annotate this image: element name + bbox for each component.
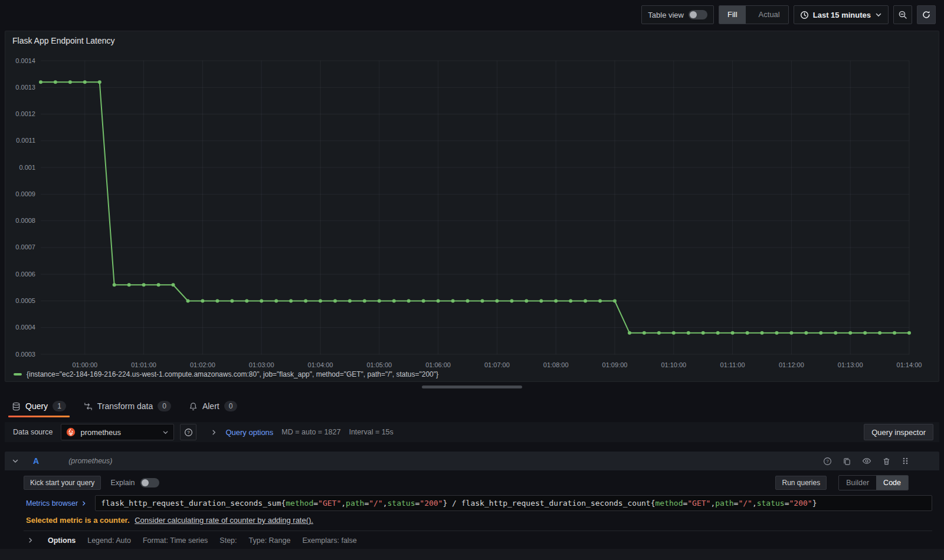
chart-axis-labels: 0.00140.00130.00120.00110.0010.00090.000… <box>15 57 922 369</box>
counter-warning: Selected metric is a counter. Consider c… <box>24 516 932 525</box>
eye-icon[interactable] <box>862 456 871 466</box>
builder-button[interactable]: Builder <box>839 476 876 490</box>
metrics-browser-button[interactable]: Metrics browser <box>24 499 87 508</box>
query-row-header[interactable]: A (prometheus) ? <box>5 452 939 470</box>
query-options-collapsed[interactable]: Options Legend: Auto Format: Time series… <box>24 531 932 549</box>
query-options-section[interactable]: Query options MD = auto = 1827 Interval … <box>211 428 393 437</box>
svg-text:01:03:00: 01:03:00 <box>249 361 274 368</box>
tab-alert[interactable]: Alert 0 <box>189 394 237 419</box>
code-button[interactable]: Code <box>876 476 908 490</box>
query-header-actions: ? <box>823 456 932 466</box>
explain-label: Explain <box>110 479 135 487</box>
explain-toggle[interactable] <box>140 478 159 487</box>
latency-chart[interactable]: 0.00140.00130.00120.00110.0010.00090.000… <box>5 31 940 383</box>
svg-text:01:04:00: 01:04:00 <box>308 361 333 368</box>
chevron-down-icon <box>875 11 882 18</box>
chevron-down-icon[interactable] <box>12 457 19 465</box>
transform-icon <box>84 402 93 411</box>
option-step: Step: <box>219 536 237 545</box>
chevron-down-icon <box>162 429 169 436</box>
promql-expression-input[interactable]: flask_http_request_duration_seconds_sum{… <box>95 495 932 511</box>
query-inspector-button[interactable]: Query inspector <box>864 424 933 440</box>
query-row-body: Kick start your query Explain Run querie… <box>5 470 939 549</box>
interval-text: Interval = 15s <box>349 428 393 436</box>
bell-icon <box>189 402 198 411</box>
pane-resize-handle[interactable] <box>422 386 522 388</box>
option-type: Type: Range <box>249 536 291 545</box>
options-label: Options <box>48 536 76 545</box>
svg-text:01:00:00: 01:00:00 <box>72 361 97 368</box>
svg-text:01:08:00: 01:08:00 <box>543 361 569 368</box>
svg-text:01:07:00: 01:07:00 <box>484 361 510 368</box>
drag-handle-icon[interactable] <box>902 456 909 466</box>
help-circle-icon: ? <box>184 428 193 437</box>
warning-text: Selected metric is a counter. <box>26 516 130 525</box>
prometheus-icon <box>66 427 76 437</box>
explain-control: Explain <box>110 478 159 487</box>
svg-text:0.0006: 0.0006 <box>15 271 35 278</box>
duplicate-icon[interactable] <box>843 457 851 466</box>
svg-text:01:11:00: 01:11:00 <box>720 361 745 368</box>
svg-text:?: ? <box>187 430 190 435</box>
time-range-picker[interactable]: Last 15 minutes <box>794 5 889 24</box>
max-data-points-text: MD = auto = 1827 <box>281 428 340 436</box>
datasource-label: Data source <box>11 428 55 436</box>
metrics-browser-label: Metrics browser <box>26 499 78 508</box>
magnifier-minus-icon <box>898 10 907 19</box>
kick-start-query-button[interactable]: Kick start your query <box>24 476 101 490</box>
option-exemplars: Exemplars: false <box>302 536 356 545</box>
refresh-button[interactable] <box>917 5 936 24</box>
svg-text:?: ? <box>826 459 829 464</box>
fill-button[interactable]: Fill <box>719 6 746 24</box>
trash-icon[interactable] <box>882 457 891 466</box>
tab-alert-count: 0 <box>224 401 238 411</box>
tab-transform-label: Transform data <box>97 401 153 411</box>
svg-text:01:02:00: 01:02:00 <box>190 361 215 368</box>
datasource-value: prometheus <box>80 428 158 437</box>
toggle-knob <box>690 11 697 18</box>
editor-tabs: Query 1 Transform data 0 Alert 0 <box>5 394 939 419</box>
bottom-strip <box>0 549 944 560</box>
svg-text:01:05:00: 01:05:00 <box>366 361 392 368</box>
zoom-out-button[interactable] <box>893 5 912 24</box>
toggle-knob <box>142 479 149 486</box>
svg-text:0.0014: 0.0014 <box>15 57 35 64</box>
tab-query-count: 1 <box>53 401 66 411</box>
tab-query-label: Query <box>25 401 48 411</box>
table-view-group: Table view <box>641 5 714 24</box>
query-ref-id: A <box>33 456 39 466</box>
svg-text:0.001: 0.001 <box>19 164 35 171</box>
svg-text:0.0004: 0.0004 <box>15 324 35 331</box>
database-icon <box>12 402 21 411</box>
clock-icon <box>800 11 809 19</box>
legend-series-swatch <box>14 373 22 375</box>
warning-rate-link[interactable]: Consider calculating rate of counter by … <box>135 516 313 525</box>
chevron-right-icon <box>27 537 34 543</box>
datasource-select[interactable]: prometheus <box>61 424 174 440</box>
tab-transform-count: 0 <box>158 401 171 411</box>
refresh-icon <box>922 10 931 19</box>
svg-text:01:06:00: 01:06:00 <box>425 361 451 368</box>
tab-query[interactable]: Query 1 <box>12 394 66 419</box>
table-view-toggle[interactable] <box>689 10 707 19</box>
svg-text:01:14:00: 01:14:00 <box>897 361 922 368</box>
promql-expression: flask_http_request_duration_seconds_sum{… <box>101 499 817 508</box>
actual-button[interactable]: Actual <box>750 6 788 24</box>
query-options-label[interactable]: Query options <box>225 428 273 437</box>
help-circle-icon[interactable]: ? <box>823 457 832 466</box>
svg-text:0.0011: 0.0011 <box>16 137 35 144</box>
svg-text:01:10:00: 01:10:00 <box>661 361 686 368</box>
svg-text:01:13:00: 01:13:00 <box>838 361 863 368</box>
tab-transform-data[interactable]: Transform data 0 <box>84 394 171 419</box>
latency-panel: Flask App Endpoint Latency 0.00140.00130… <box>5 31 939 382</box>
datasource-row: Data source prometheus ? Query options M… <box>5 422 939 442</box>
datasource-help-button[interactable]: ? <box>180 424 196 440</box>
query-editor-section: A (prometheus) ? Kick start your query <box>5 452 939 549</box>
svg-text:0.0008: 0.0008 <box>15 217 35 224</box>
chart-legend[interactable]: {instance="ec2-184-169-216-224.us-west-1… <box>14 370 438 378</box>
query-toolbar: Kick start your query Explain Run querie… <box>24 475 932 490</box>
svg-text:01:12:00: 01:12:00 <box>779 361 804 368</box>
svg-text:01:09:00: 01:09:00 <box>602 361 628 368</box>
run-queries-button[interactable]: Run queries <box>775 476 827 490</box>
svg-text:0.0013: 0.0013 <box>15 84 35 91</box>
